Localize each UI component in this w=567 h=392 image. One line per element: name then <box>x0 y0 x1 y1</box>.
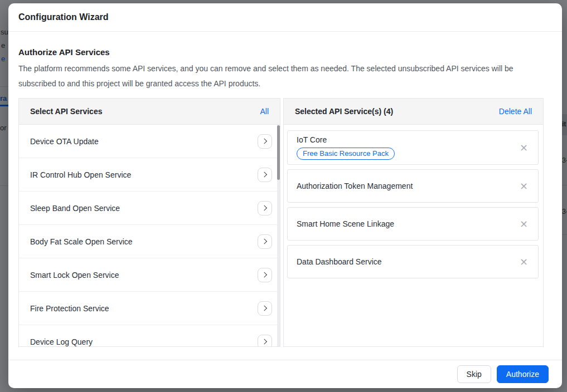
service-name: Fire Protection Service <box>30 304 109 313</box>
selected-service-info: Authorization Token Management <box>297 182 413 190</box>
add-service-button[interactable] <box>258 168 272 182</box>
select-api-services-panel: Select API Services All Device OTA Updat… <box>18 98 280 347</box>
service-name: Sleep Band Open Service <box>30 204 120 213</box>
service-name: IoT Core <box>297 135 395 144</box>
selected-service-card: Authorization Token Management × <box>287 169 539 203</box>
dialog-title: Configuration Wizard <box>8 3 562 32</box>
add-service-button[interactable] <box>258 268 272 282</box>
select-panel-title: Select API Services <box>30 107 102 116</box>
chevron-right-icon <box>261 239 267 244</box>
remove-service-button[interactable]: × <box>518 219 529 229</box>
api-transfer-panels: Select API Services All Device OTA Updat… <box>18 98 544 347</box>
remove-service-button[interactable]: × <box>518 143 529 153</box>
add-service-button[interactable] <box>258 234 272 249</box>
skip-button[interactable]: Skip <box>457 365 491 383</box>
delete-all-link[interactable]: Delete All <box>499 107 532 116</box>
service-row: Smart Lock Open Service <box>19 258 280 292</box>
service-name: IR Control Hub Open Service <box>30 170 131 179</box>
dialog-body: Authorize API Services The platform reco… <box>8 32 562 347</box>
selected-service-card: Smart Home Scene Linkage × <box>287 207 539 241</box>
chevron-right-icon <box>261 139 267 144</box>
select-panel-header: Select API Services All <box>19 99 280 125</box>
service-row: Device OTA Update <box>19 125 280 158</box>
service-row: Fire Protection Service <box>19 292 280 325</box>
service-name: Authorization Token Management <box>297 182 413 190</box>
selected-service-list: IoT Core Free Basic Resource Pack × Auth… <box>284 125 543 346</box>
select-all-link[interactable]: All <box>260 107 269 116</box>
chevron-right-icon <box>261 172 267 178</box>
service-row: IR Control Hub Open Service <box>19 158 280 192</box>
selectable-service-list: Device OTA Update IR Control Hub Open Se… <box>19 125 280 346</box>
service-row: Body Fat Scale Open Service <box>19 225 280 258</box>
service-name: Smart Lock Open Service <box>30 271 119 280</box>
service-name: Data Dashboard Service <box>297 257 382 266</box>
selected-service-info: Smart Home Scene Linkage <box>297 219 394 228</box>
service-name: Device Log Query <box>30 337 93 346</box>
add-service-button[interactable] <box>258 134 272 149</box>
selected-panel-title: Selected API Service(s) (4) <box>295 107 393 116</box>
section-title: Authorize API Services <box>18 47 544 57</box>
configuration-wizard-dialog: Configuration Wizard Authorize API Servi… <box>8 3 562 388</box>
selected-service-card: Data Dashboard Service × <box>287 245 539 278</box>
service-row: Device Log Query <box>19 325 280 346</box>
selected-panel-header: Selected API Service(s) (4) Delete All <box>284 99 543 125</box>
remove-service-button[interactable]: × <box>518 257 529 267</box>
remove-service-button[interactable]: × <box>518 181 529 191</box>
service-row: Sleep Band Open Service <box>19 192 280 225</box>
selected-api-services-panel: Selected API Service(s) (4) Delete All I… <box>283 98 544 347</box>
chevron-right-icon <box>261 339 267 345</box>
service-name: Body Fat Scale Open Service <box>30 237 133 246</box>
dialog-footer: Skip Authorize <box>8 360 562 388</box>
chevron-right-icon <box>261 205 267 211</box>
chevron-right-icon <box>261 306 267 311</box>
service-name: Smart Home Scene Linkage <box>297 219 394 228</box>
selected-service-info: IoT Core Free Basic Resource Pack <box>297 135 395 160</box>
section-description: The platform recommends some API service… <box>18 61 544 91</box>
selected-service-card: IoT Core Free Basic Resource Pack × <box>287 130 539 165</box>
add-service-button[interactable] <box>258 301 272 316</box>
chevron-right-icon <box>261 272 267 278</box>
authorize-button[interactable]: Authorize <box>497 365 549 383</box>
resource-pack-badge: Free Basic Resource Pack <box>297 148 395 160</box>
service-name: Device OTA Update <box>30 137 99 146</box>
add-service-button[interactable] <box>258 201 272 215</box>
selected-service-info: Data Dashboard Service <box>297 257 382 266</box>
add-service-button[interactable] <box>258 335 272 347</box>
scrollbar-thumb[interactable] <box>277 125 280 180</box>
